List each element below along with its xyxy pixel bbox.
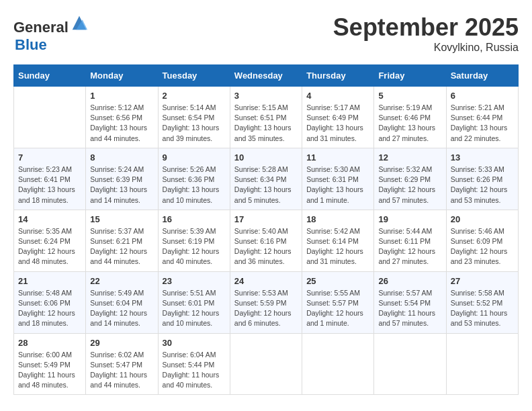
calendar-cell: [230, 333, 302, 395]
calendar-cell: 8Sunrise: 5:24 AM Sunset: 6:39 PM Daylig…: [86, 148, 158, 210]
calendar-cell: 27Sunrise: 5:58 AM Sunset: 5:52 PM Dayli…: [446, 271, 518, 333]
weekday-header-wednesday: Wednesday: [230, 65, 302, 87]
calendar-cell: 3Sunrise: 5:15 AM Sunset: 6:51 PM Daylig…: [230, 87, 302, 148]
day-number: 18: [306, 214, 369, 224]
calendar-cell: [14, 87, 86, 148]
day-number: 1: [90, 91, 153, 101]
calendar-cell: 12Sunrise: 5:32 AM Sunset: 6:29 PM Dayli…: [374, 148, 446, 210]
page-header: General Blue September 2025 Kovylkino, R…: [13, 13, 519, 54]
calendar-cell: [446, 333, 518, 395]
day-number: 5: [378, 91, 441, 101]
day-number: 16: [163, 214, 226, 224]
calendar-cell: 30Sunrise: 6:04 AM Sunset: 5:44 PM Dayli…: [158, 333, 230, 395]
day-info: Sunrise: 5:32 AM Sunset: 6:29 PM Dayligh…: [378, 165, 441, 205]
day-number: 13: [451, 152, 514, 163]
day-info: Sunrise: 5:30 AM Sunset: 6:31 PM Dayligh…: [306, 165, 369, 205]
day-info: Sunrise: 5:55 AM Sunset: 5:57 PM Dayligh…: [306, 288, 369, 329]
calendar-cell: 21Sunrise: 5:48 AM Sunset: 6:06 PM Dayli…: [14, 271, 86, 333]
calendar-cell: 9Sunrise: 5:26 AM Sunset: 6:36 PM Daylig…: [158, 148, 230, 210]
logo: General Blue: [13, 13, 89, 54]
calendar-cell: 13Sunrise: 5:33 AM Sunset: 6:26 PM Dayli…: [446, 148, 518, 210]
calendar-cell: 23Sunrise: 5:51 AM Sunset: 6:01 PM Dayli…: [158, 271, 230, 333]
calendar-cell: [302, 333, 374, 395]
day-info: Sunrise: 5:42 AM Sunset: 6:14 PM Dayligh…: [306, 226, 369, 267]
day-info: Sunrise: 6:00 AM Sunset: 5:49 PM Dayligh…: [18, 350, 81, 391]
day-info: Sunrise: 5:19 AM Sunset: 6:46 PM Dayligh…: [378, 103, 441, 144]
weekday-header-thursday: Thursday: [302, 65, 374, 87]
calendar-cell: [374, 333, 446, 395]
day-info: Sunrise: 5:48 AM Sunset: 6:06 PM Dayligh…: [18, 288, 81, 329]
day-info: Sunrise: 5:58 AM Sunset: 5:52 PM Dayligh…: [451, 288, 514, 329]
title-block: September 2025 Kovylkino, Russia: [333, 13, 519, 54]
calendar-cell: 22Sunrise: 5:49 AM Sunset: 6:04 PM Dayli…: [86, 271, 158, 333]
day-info: Sunrise: 5:26 AM Sunset: 6:36 PM Dayligh…: [163, 165, 226, 205]
weekday-header-monday: Monday: [86, 65, 158, 87]
calendar-week-4: 21Sunrise: 5:48 AM Sunset: 6:06 PM Dayli…: [14, 271, 519, 333]
logo-blue: Blue: [15, 36, 47, 53]
day-number: 29: [90, 338, 153, 348]
logo-general: General: [13, 19, 69, 36]
day-number: 30: [163, 338, 226, 348]
day-number: 7: [18, 152, 81, 163]
day-number: 21: [18, 276, 81, 286]
day-number: 23: [163, 276, 226, 286]
day-info: Sunrise: 5:24 AM Sunset: 6:39 PM Dayligh…: [90, 165, 153, 205]
day-info: Sunrise: 5:37 AM Sunset: 6:21 PM Dayligh…: [90, 226, 153, 267]
calendar-cell: 1Sunrise: 5:12 AM Sunset: 6:56 PM Daylig…: [86, 87, 158, 148]
calendar-cell: 18Sunrise: 5:42 AM Sunset: 6:14 PM Dayli…: [302, 210, 374, 271]
weekday-header-sunday: Sunday: [14, 65, 86, 87]
weekday-header-friday: Friday: [374, 65, 446, 87]
calendar-week-2: 7Sunrise: 5:23 AM Sunset: 6:41 PM Daylig…: [14, 148, 519, 210]
calendar-cell: 15Sunrise: 5:37 AM Sunset: 6:21 PM Dayli…: [86, 210, 158, 271]
day-number: 10: [234, 152, 298, 163]
calendar-cell: 26Sunrise: 5:57 AM Sunset: 5:54 PM Dayli…: [374, 271, 446, 333]
calendar-table: SundayMondayTuesdayWednesdayThursdayFrid…: [13, 64, 519, 395]
day-number: 4: [306, 91, 369, 101]
day-info: Sunrise: 5:35 AM Sunset: 6:24 PM Dayligh…: [18, 226, 81, 267]
day-number: 8: [90, 152, 153, 163]
day-info: Sunrise: 5:39 AM Sunset: 6:19 PM Dayligh…: [163, 226, 226, 267]
day-number: 20: [451, 214, 514, 224]
day-number: 27: [451, 276, 514, 286]
calendar-week-1: 1Sunrise: 5:12 AM Sunset: 6:56 PM Daylig…: [14, 87, 519, 148]
day-number: 12: [378, 152, 441, 163]
day-info: Sunrise: 5:33 AM Sunset: 6:26 PM Dayligh…: [451, 165, 514, 205]
day-number: 22: [90, 276, 153, 286]
weekday-header-tuesday: Tuesday: [158, 65, 230, 87]
month-title: September 2025: [333, 13, 519, 42]
calendar-cell: 10Sunrise: 5:28 AM Sunset: 6:34 PM Dayli…: [230, 148, 302, 210]
day-info: Sunrise: 5:44 AM Sunset: 6:11 PM Dayligh…: [378, 226, 441, 267]
calendar-cell: 24Sunrise: 5:53 AM Sunset: 5:59 PM Dayli…: [230, 271, 302, 333]
location-title: Kovylkino, Russia: [333, 42, 519, 54]
calendar-cell: 25Sunrise: 5:55 AM Sunset: 5:57 PM Dayli…: [302, 271, 374, 333]
day-number: 24: [234, 276, 298, 286]
calendar-cell: 29Sunrise: 6:02 AM Sunset: 5:47 PM Dayli…: [86, 333, 158, 395]
day-number: 11: [306, 152, 369, 163]
day-number: 6: [451, 91, 514, 101]
day-number: 14: [18, 214, 81, 224]
day-info: Sunrise: 5:57 AM Sunset: 5:54 PM Dayligh…: [378, 288, 441, 329]
calendar-header-row: SundayMondayTuesdayWednesdayThursdayFrid…: [14, 65, 519, 87]
day-info: Sunrise: 5:14 AM Sunset: 6:54 PM Dayligh…: [163, 103, 226, 144]
day-number: 17: [234, 214, 298, 224]
logo-icon: [70, 13, 89, 32]
day-number: 2: [163, 91, 226, 101]
day-info: Sunrise: 6:02 AM Sunset: 5:47 PM Dayligh…: [90, 350, 153, 391]
calendar-week-3: 14Sunrise: 5:35 AM Sunset: 6:24 PM Dayli…: [14, 210, 519, 271]
calendar-cell: 11Sunrise: 5:30 AM Sunset: 6:31 PM Dayli…: [302, 148, 374, 210]
day-info: Sunrise: 5:23 AM Sunset: 6:41 PM Dayligh…: [18, 165, 81, 205]
calendar-cell: 28Sunrise: 6:00 AM Sunset: 5:49 PM Dayli…: [14, 333, 86, 395]
day-number: 26: [378, 276, 441, 286]
logo-text: General Blue: [13, 13, 89, 54]
day-info: Sunrise: 5:40 AM Sunset: 6:16 PM Dayligh…: [234, 226, 298, 267]
calendar-cell: 16Sunrise: 5:39 AM Sunset: 6:19 PM Dayli…: [158, 210, 230, 271]
calendar-cell: 4Sunrise: 5:17 AM Sunset: 6:49 PM Daylig…: [302, 87, 374, 148]
day-number: 9: [163, 152, 226, 163]
day-info: Sunrise: 5:12 AM Sunset: 6:56 PM Dayligh…: [90, 103, 153, 144]
day-info: Sunrise: 5:46 AM Sunset: 6:09 PM Dayligh…: [451, 226, 514, 267]
day-number: 28: [18, 338, 81, 348]
day-number: 15: [90, 214, 153, 224]
calendar-cell: 2Sunrise: 5:14 AM Sunset: 6:54 PM Daylig…: [158, 87, 230, 148]
calendar-cell: 20Sunrise: 5:46 AM Sunset: 6:09 PM Dayli…: [446, 210, 518, 271]
calendar-cell: 7Sunrise: 5:23 AM Sunset: 6:41 PM Daylig…: [14, 148, 86, 210]
